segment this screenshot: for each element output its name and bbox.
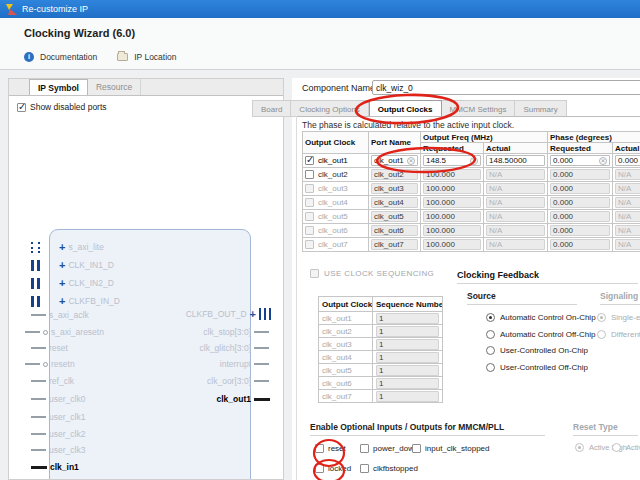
phase-actual-field: N/A <box>615 239 640 250</box>
table-row: clk_out51 <box>319 364 443 377</box>
reset-type-title: Reset Type <box>573 422 638 436</box>
clk-out3-enable-checkbox[interactable] <box>305 184 314 193</box>
expand-plus-icon[interactable] <box>59 260 65 270</box>
bus-interface-dashed-icon <box>31 242 40 253</box>
phase-requested-input: 0.000 <box>550 183 610 194</box>
port-clk-stop: clk_stop[3:0] <box>129 326 269 338</box>
sequence-number-field: 1 <box>376 339 439 350</box>
optional-io-title: Enable Optional Inputs / Outputs for MMC… <box>310 422 545 436</box>
port-name-field[interactable]: clk_out1 <box>371 155 418 166</box>
pin-stub-icon <box>31 449 46 451</box>
source-user-off-chip-radio[interactable] <box>486 363 495 372</box>
tab-board[interactable]: Board <box>252 100 291 117</box>
show-disabled-ports-checkbox[interactable] <box>17 103 26 112</box>
port-clk-in1: clk_in1 <box>31 461 79 473</box>
freq-actual-field: N/A <box>486 239 545 250</box>
sequence-number-field: 1 <box>376 326 439 337</box>
pin-stub-icon <box>254 363 269 365</box>
use-clock-sequencing-label: USE CLOCK SEQUENCING <box>324 269 434 278</box>
pin-stub-icon <box>254 380 269 382</box>
expand-plus-icon[interactable] <box>59 242 65 252</box>
freq-requested-input: 100.000 <box>423 183 481 194</box>
reset-checkbox[interactable] <box>315 444 324 453</box>
table-row: clk_out61 <box>319 377 443 390</box>
pin-stub-icon <box>25 331 40 333</box>
port-name-field: clk_out7 <box>371 239 418 250</box>
power-down-checkbox[interactable] <box>360 444 369 453</box>
port-ref-clk: ref_clk <box>31 375 74 387</box>
port-clkfb-out-d: CLKFB_OUT_D <box>129 308 271 320</box>
clk-out2-enable-checkbox[interactable] <box>305 170 314 179</box>
col-output-clock: Output Clock <box>303 132 369 154</box>
port-user-clk2: user_clk2 <box>31 428 85 440</box>
clk-out7-enable-checkbox[interactable] <box>305 240 314 249</box>
tab-resource[interactable]: Resource <box>88 79 141 95</box>
pin-stub-icon <box>254 347 269 349</box>
port-name-field: clk_out3 <box>371 183 418 194</box>
col-sequence-number: Sequence Number <box>373 297 443 312</box>
component-name-input[interactable] <box>372 80 640 95</box>
output-clocks-table: Output Clock Port Name Output Freq (MHz)… <box>302 131 640 252</box>
col-seq-output-clock: Output Clock <box>319 297 373 312</box>
reset-label: reset <box>328 444 346 453</box>
col-freq-actual: Actual <box>484 143 548 154</box>
ip-location-link[interactable]: IP Location <box>134 52 176 62</box>
sequence-table: Output Clock Sequence Number clk_out11 c… <box>318 296 443 403</box>
phase-actual-field: N/A <box>615 169 640 180</box>
pin-stub-icon <box>31 380 46 382</box>
clear-icon[interactable] <box>470 157 478 165</box>
port-name-field: clk_out2 <box>371 169 418 180</box>
freq-requested-input[interactable]: 148.5 <box>423 155 481 166</box>
locked-label: locked <box>328 464 351 473</box>
phase-actual-field: N/A <box>615 197 640 208</box>
port-clkfb-in-d: CLKFB_IN_D <box>31 295 120 307</box>
use-clock-sequencing-checkbox[interactable] <box>310 269 319 278</box>
port-user-clk0: user_clk0 <box>31 393 85 405</box>
table-row: clk_out2 clk_out2 100.000 N/A 0.000 N/A <box>303 168 640 182</box>
phase-requested-input: 0.000 <box>550 211 610 222</box>
clear-icon[interactable] <box>599 157 607 165</box>
bus-interface-icon <box>259 308 271 320</box>
tab-mmcm-settings[interactable]: MMCM Settings <box>442 100 516 117</box>
sequence-number-field: 1 <box>376 352 439 363</box>
app-logo-icon <box>6 4 17 15</box>
port-user-clk3: user_clk3 <box>31 444 85 456</box>
freq-actual-field: N/A <box>486 183 545 194</box>
pin-stub-icon <box>31 398 46 400</box>
source-auto-on-chip-radio[interactable] <box>486 313 495 322</box>
clear-icon[interactable] <box>407 157 415 165</box>
expand-plus-icon[interactable] <box>59 296 65 306</box>
expand-plus-icon[interactable] <box>59 278 65 288</box>
clk-out5-enable-checkbox[interactable] <box>305 212 314 221</box>
col-phase-actual: Actual <box>613 143 640 154</box>
input-clk-stopped-checkbox[interactable] <box>412 444 421 453</box>
documentation-link[interactable]: Documentation <box>40 52 97 62</box>
tab-ip-symbol[interactable]: IP Symbol <box>29 79 88 95</box>
pin-stub-icon <box>31 314 46 316</box>
port-clk-in2-d: CLK_IN2_D <box>31 277 114 289</box>
tab-output-clocks[interactable]: Output Clocks <box>369 100 442 117</box>
table-row: clk_out41 <box>319 351 443 364</box>
pin-stub-icon <box>31 416 46 418</box>
port-user-clk1: user_clk1 <box>31 411 85 423</box>
expand-plus-icon[interactable] <box>250 309 256 319</box>
phase-requested-input[interactable]: 0.000 <box>550 155 610 166</box>
phase-requested-input: 0.000 <box>550 225 610 236</box>
source-auto-off-chip-radio[interactable] <box>486 330 495 339</box>
phase-requested-input: 0.000 <box>550 239 610 250</box>
freq-actual-field: N/A <box>486 169 545 180</box>
clkfbstopped-checkbox[interactable] <box>360 464 369 473</box>
phase-requested-input: 0.000 <box>550 169 610 180</box>
source-user-on-chip-radio[interactable] <box>486 346 495 355</box>
clk-out4-enable-checkbox[interactable] <box>305 198 314 207</box>
tab-summary[interactable]: Summary <box>515 100 566 117</box>
tab-clocking-options[interactable]: Clocking Options <box>291 100 368 117</box>
locked-checkbox[interactable] <box>315 464 324 473</box>
clk-out6-enable-checkbox[interactable] <box>305 226 314 235</box>
table-row: clk_out1 clk_out1 148.5 148.50000 0.000 … <box>303 154 640 168</box>
ip-location-folder-icon <box>117 53 128 61</box>
pin-stub-icon <box>31 466 47 469</box>
active-low-radio <box>612 443 621 452</box>
clk-out1-enable-checkbox[interactable] <box>305 156 314 165</box>
col-phase-requested: Requested <box>548 143 613 154</box>
